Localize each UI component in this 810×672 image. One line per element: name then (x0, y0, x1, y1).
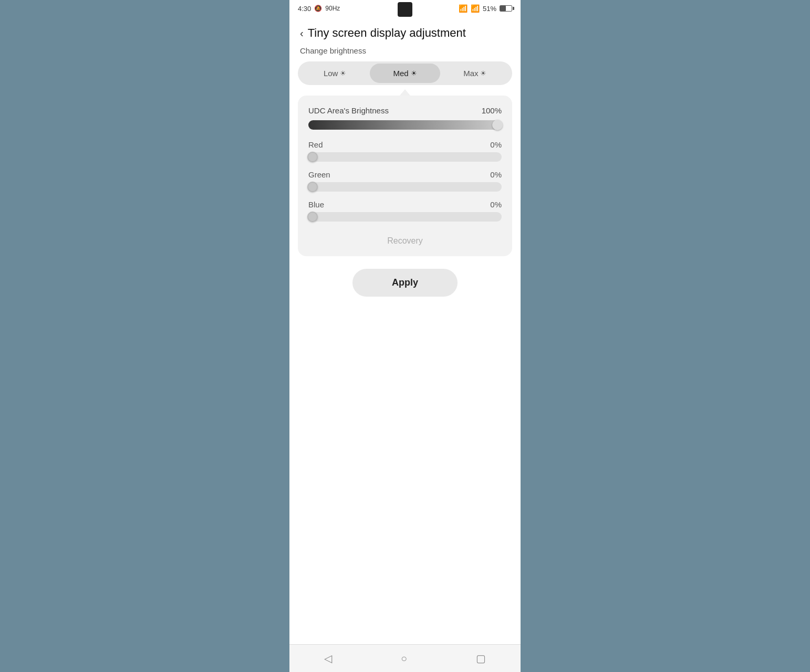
udc-brightness-thumb[interactable] (492, 120, 503, 130)
battery-percentage: 51% (483, 5, 496, 13)
sun-icon-max: ☀ (480, 69, 486, 77)
wifi-icon: 📶 (459, 4, 468, 13)
battery-fill (500, 6, 506, 11)
bottom-space (289, 307, 521, 644)
brightness-med-btn[interactable]: Med ☀ (370, 64, 440, 83)
section-label: Change brightness (289, 46, 521, 61)
sun-icon-low: ☀ (340, 69, 346, 77)
red-thumb[interactable] (307, 152, 318, 162)
udc-brightness-value: 100% (482, 106, 502, 115)
recovery-button[interactable]: Recovery (308, 230, 502, 248)
brightness-low-btn[interactable]: Low ☀ (300, 64, 370, 83)
signal-icon: 📶 (471, 4, 480, 13)
red-label: Red (308, 140, 323, 149)
battery-icon (500, 5, 512, 12)
blue-value: 0% (490, 200, 502, 209)
blue-label: Blue (308, 200, 324, 209)
green-row: Green 0% (308, 170, 502, 192)
red-header: Red 0% (308, 140, 502, 149)
blue-header: Blue 0% (308, 200, 502, 209)
blue-thumb[interactable] (307, 212, 318, 222)
green-value: 0% (490, 170, 502, 179)
hz-label: 90Hz (325, 5, 340, 12)
udc-brightness-row: UDC Area's Brightness 100% (308, 106, 502, 115)
brightness-med-label: Med (393, 69, 408, 78)
status-bar: 4:30 🔕 90Hz 📶 📶 51% (289, 0, 521, 17)
apply-button[interactable]: Apply (352, 269, 458, 297)
screen-content: ‹ Tiny screen display adjustment Change … (289, 17, 521, 644)
notification-icon: 🔕 (314, 5, 322, 12)
status-left: 4:30 🔕 90Hz (298, 5, 340, 13)
brightness-toggle: Low ☀ Med ☀ Max ☀ (298, 61, 512, 85)
header: ‹ Tiny screen display adjustment (289, 17, 521, 46)
settings-card: UDC Area's Brightness 100% Red 0% Green (298, 96, 512, 256)
status-right: 📶 📶 51% (459, 4, 512, 13)
udc-brightness-label: UDC Area's Brightness (308, 106, 389, 115)
green-thumb[interactable] (307, 182, 318, 192)
dropdown-pointer (400, 89, 410, 96)
back-button[interactable]: ‹ (300, 27, 304, 39)
blue-slider[interactable] (308, 212, 502, 222)
green-slider[interactable] (308, 182, 502, 192)
recent-nav-button[interactable]: ▢ (476, 652, 486, 665)
brightness-low-label: Low (324, 69, 338, 78)
time-display: 4:30 (298, 5, 311, 13)
bottom-nav: ◁ ○ ▢ (289, 644, 521, 672)
apply-button-container: Apply (289, 256, 521, 307)
brightness-max-label: Max (463, 69, 478, 78)
red-value: 0% (490, 140, 502, 149)
blue-row: Blue 0% (308, 200, 502, 222)
phone-frame: 4:30 🔕 90Hz 📶 📶 51% ‹ Tiny screen displa… (289, 0, 521, 672)
camera-notch (398, 2, 412, 17)
udc-brightness-slider[interactable] (308, 120, 502, 130)
back-nav-button[interactable]: ◁ (324, 652, 332, 665)
green-header: Green 0% (308, 170, 502, 179)
home-nav-button[interactable]: ○ (401, 653, 407, 665)
page-title: Tiny screen display adjustment (308, 26, 466, 40)
red-slider[interactable] (308, 152, 502, 162)
green-label: Green (308, 170, 330, 179)
brightness-max-btn[interactable]: Max ☀ (440, 64, 510, 83)
red-row: Red 0% (308, 140, 502, 162)
sun-icon-med: ☀ (411, 69, 417, 77)
